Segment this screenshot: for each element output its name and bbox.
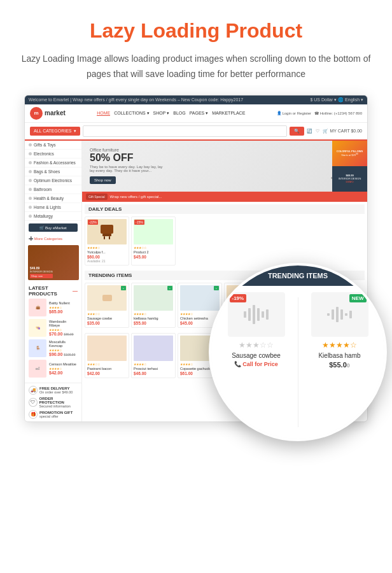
- topbar-message: Welcome to Emartet | Wrap new offers / g…: [29, 97, 243, 102]
- search-button[interactable]: 🔍: [290, 127, 304, 136]
- nav-marketplace[interactable]: MARKETPLACE: [212, 111, 245, 116]
- site-header-right: 👤 Login or Register ☎ Hotline: (+1234) 5…: [277, 111, 362, 115]
- cart-icon[interactable]: 🛒 MY CART $0.00: [323, 129, 362, 134]
- more-categories-button[interactable]: ➕ More Categories: [25, 234, 81, 243]
- page-title: Lazy Loading Product: [13, 19, 379, 43]
- daily-deals-title: DAILY DEALS: [85, 204, 365, 214]
- product-price: $65.00: [49, 309, 78, 314]
- product-info: Battty Nullent ★★★★☆ $65.00: [49, 301, 78, 314]
- discount-badge: -15%: [134, 220, 144, 225]
- divider: [298, 297, 298, 427]
- product-stars: ★★★★☆: [134, 362, 173, 366]
- product-image: 🪑: [29, 339, 46, 357]
- new-badge: +: [214, 286, 219, 290]
- buy-emarket-button[interactable]: 🛒 Buy eMarket: [29, 223, 78, 232]
- promotion-gift-info: 🎁 PROMOTION GIFTspecial offer: [29, 410, 78, 419]
- sidebar-item-metallurgy[interactable]: Metallurgy: [25, 212, 81, 221]
- svg-rect-8: [109, 236, 110, 239]
- product-stars: ★★★☆☆: [87, 362, 127, 366]
- list-item[interactable]: -22% ★★★★☆ Yutculpa f... $60.00 Availabl…: [85, 216, 129, 265]
- svg-rect-19: [340, 309, 343, 320]
- site-logo: m market: [30, 107, 66, 120]
- list-item[interactable]: + ★★★★☆ kielbasa hambg $55.00: [131, 283, 176, 328]
- product-stars: ★★★☆☆: [134, 246, 173, 250]
- product-price: $42.00: [49, 371, 78, 375]
- protection-text: ORDER PROTECTIONSecured information: [39, 397, 78, 408]
- list-item[interactable]: 👜 Battty Nullent ★★★★☆ $65.00: [29, 299, 78, 316]
- product-price: $60.00: [87, 255, 127, 259]
- topbar-right: $ US Dollar ▾ 🌐 English ▾: [310, 97, 363, 103]
- info-section: 🚚 FREE DELIVERYOn order over $49.00 🛡 OR…: [25, 383, 81, 421]
- product-price: $55.00: [134, 321, 173, 325]
- sidebar-item-bags[interactable]: Bags & Shoes: [25, 167, 81, 176]
- hero-subtitle: Office furniture: [90, 148, 166, 152]
- gift-special-badge: Gift Special: [86, 194, 108, 200]
- sidebar-item-health[interactable]: Health & Beauty: [25, 194, 81, 203]
- hero-title: 50% OFF: [90, 152, 166, 164]
- product-price: 📞 Call for Price: [234, 361, 278, 367]
- nav-shop[interactable]: SHOP ▾: [153, 111, 170, 116]
- sidebar-featured-image: $49.89 INTERIOR DESIGN Shop now: [28, 245, 79, 280]
- product-stars: ★★★☆☆: [87, 312, 127, 316]
- new-badge: NEW: [349, 294, 367, 302]
- list-item[interactable]: 🛋 Cemson Meatiloe ★★★★☆ $42.00: [29, 360, 78, 378]
- nav-collections[interactable]: COLLECTIONS ▾: [114, 111, 149, 116]
- sidebar-item-gifts[interactable]: Gifts & Toys: [25, 141, 81, 150]
- product-name: Sausage cowbe: [87, 316, 127, 320]
- product-name: Kielbasa hamb: [318, 352, 360, 359]
- header-hotline: ☎ Hotline: (+1234) 567 890: [314, 111, 362, 115]
- sidebar-products: LATEST PRODUCTS — 👜 Battty Nullent ★★★★☆…: [25, 283, 81, 383]
- product-stars: ★★★★☆: [180, 312, 220, 316]
- nav-blog[interactable]: BLOG: [173, 111, 185, 116]
- sidebar-item-electronics[interactable]: Electronics: [25, 150, 81, 159]
- nav-pages[interactable]: PAGES ▾: [190, 111, 209, 116]
- list-item[interactable]: ★★★☆☆ Pastrami bacon $42.00: [85, 333, 129, 378]
- product-image: NEW: [311, 292, 368, 337]
- latest-products-title: LATEST PRODUCTS —: [29, 285, 78, 297]
- product-image: 🛋: [29, 360, 46, 378]
- svg-rect-6: [102, 234, 111, 236]
- product-image: -19%: [228, 292, 285, 337]
- sidebar-item-home[interactable]: Home & Lights: [25, 203, 81, 212]
- list-item[interactable]: 🪑 Moscafulls Kevncap ★★★★☆ $90.00 $100.0…: [29, 339, 78, 357]
- sidebar-item-fashion[interactable]: Fashion & Accessories: [25, 159, 81, 167]
- list-item[interactable]: -19% ★★★☆☆ Sausage cowbee: [221, 292, 291, 432]
- product-name: Battty Nullent: [49, 301, 78, 305]
- svg-rect-15: [266, 309, 269, 320]
- list-item[interactable]: ★★★★☆ Prosciut terhasi $46.00: [131, 333, 176, 378]
- product-stars: ★★★☆☆: [239, 341, 274, 350]
- hero-shop-button[interactable]: Shop now: [90, 176, 116, 184]
- list-item[interactable]: -15% ★★★☆☆ Product 2 $45.00: [131, 216, 176, 265]
- hero-side-products: COLORFUL PILLOWS Starts at $2999 $49.99 …: [332, 141, 367, 192]
- product-price: $46.00: [134, 371, 173, 376]
- product-image: +: [87, 285, 127, 311]
- magnify-overlay: TRENDING ITEMS -19%: [209, 263, 387, 441]
- svg-rect-12: [253, 305, 255, 324]
- product-name: Sausage cowbee: [232, 352, 281, 359]
- search-input[interactable]: [83, 125, 288, 137]
- sidebar: Gifts & Toys Electronics Fashion & Acces…: [25, 141, 82, 421]
- sidebar-item-optimum[interactable]: Optimum Electronics: [25, 176, 81, 185]
- site-nav: HOME COLLECTIONS ▾ SHOP ▾ BLOG PAGES ▾ M…: [97, 111, 245, 116]
- logo-icon: m: [30, 107, 43, 120]
- product-name: Cemson Meatiloe: [49, 362, 78, 366]
- nav-home[interactable]: HOME: [97, 111, 110, 116]
- product-price: $45.00: [134, 255, 173, 259]
- page-subtitle: Lazy Loading Image allows loading produc…: [13, 52, 379, 82]
- product-price: $35.00: [87, 321, 127, 325]
- refresh-icon[interactable]: 🔄: [307, 129, 312, 134]
- product-image: [87, 336, 127, 361]
- header-account[interactable]: 👤 Login or Register: [277, 111, 311, 115]
- delivery-text: FREE DELIVERYOn order over $49.00: [39, 386, 73, 394]
- header-icons: 🔄 ♡ 🛒 MY CART $0.00: [307, 129, 362, 134]
- wishlist-icon[interactable]: ♡: [316, 129, 319, 134]
- product-stars: ★★★★☆: [87, 246, 127, 250]
- all-categories-button[interactable]: ALL CATEGORIES ▾: [30, 127, 80, 136]
- svg-rect-14: [262, 311, 264, 318]
- list-item[interactable]: NEW ★★★★☆ Kielbasa hamb $55.00: [305, 292, 375, 432]
- delivery-icon: 🚚: [29, 386, 38, 395]
- svg-rect-11: [248, 308, 251, 321]
- list-item[interactable]: + ★★★☆☆ Sausage cowbe $35.00: [85, 283, 129, 328]
- sidebar-item-bathroom[interactable]: Bathroom: [25, 185, 81, 194]
- list-item[interactable]: 👒 Wamboulin Ribeye ★★★★☆ $70.00 $80.00: [29, 319, 78, 337]
